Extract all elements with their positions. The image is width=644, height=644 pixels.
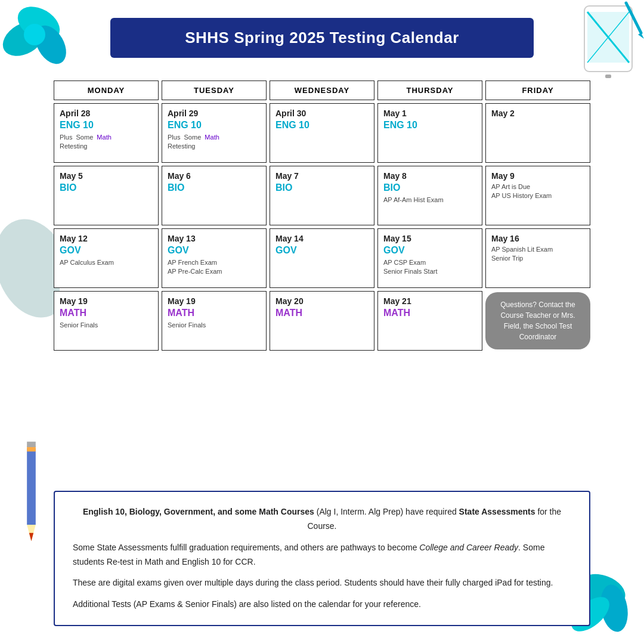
cal-cell-may7: May 7 BIO xyxy=(270,166,374,225)
day-header-wednesday: WEDNESDAY xyxy=(270,80,374,100)
cal-cell-may5: May 5 BIO xyxy=(54,166,159,225)
pencil-decoration-bl xyxy=(15,435,48,549)
cell-date: May 2 xyxy=(491,109,584,118)
cell-date: April 29 xyxy=(168,109,261,118)
info-box: English 10, Biology, Government, and som… xyxy=(54,491,590,626)
cell-events: AP Calculus Exam xyxy=(60,258,153,267)
cell-events: AP CSP ExamSenior Finals Start xyxy=(383,258,476,277)
cal-cell-may1: May 1 ENG 10 xyxy=(377,103,482,163)
cal-cell-may14: May 14 GOV xyxy=(270,228,374,288)
calendar-grid: April 28 ENG 10 Plus Some MathRetesting … xyxy=(54,103,590,351)
cal-cell-bubble: Questions? Contact the Course Teacher or… xyxy=(485,291,590,351)
day-header-thursday: THURSDAY xyxy=(377,80,482,100)
cell-date: May 19 xyxy=(60,296,153,306)
cell-date: April 30 xyxy=(275,109,369,118)
cell-date: May 14 xyxy=(275,234,369,243)
cell-subject: GOV xyxy=(383,245,476,256)
cell-events: AP French ExamAP Pre-Calc Exam xyxy=(168,258,261,277)
page-title: SHHS Spring 2025 Testing Calendar xyxy=(122,29,522,47)
cal-cell-may8: May 8 BIO AP Af-Am Hist Exam xyxy=(377,166,482,225)
cal-cell-may19b: May 19 MATH Senior Finals xyxy=(162,291,267,351)
svg-marker-10 xyxy=(638,33,644,39)
cell-date: May 20 xyxy=(275,296,369,306)
info-line-1: English 10, Biology, Government, and som… xyxy=(73,505,571,534)
info-bold-2: State Assessments xyxy=(459,507,535,516)
svg-rect-12 xyxy=(27,448,36,525)
cell-subject: GOV xyxy=(168,245,261,256)
cell-date: May 13 xyxy=(168,234,261,243)
cell-date: May 5 xyxy=(60,171,153,181)
svg-rect-16 xyxy=(27,442,36,447)
cell-subject: ENG 10 xyxy=(60,120,153,131)
cal-cell-may6: May 6 BIO xyxy=(162,166,267,225)
cal-cell-apr28: April 28 ENG 10 Plus Some MathRetesting xyxy=(54,103,159,163)
cell-events: Plus Some MathRetesting xyxy=(60,133,153,151)
info-line-4: Additional Tests (AP Exams & Senior Fina… xyxy=(73,597,571,612)
cell-date: May 12 xyxy=(60,234,153,243)
cal-cell-may12: May 12 GOV AP Calculus Exam xyxy=(54,228,159,288)
cal-cell-may15: May 15 GOV AP CSP ExamSenior Finals Star… xyxy=(377,228,482,288)
cell-subject: MATH xyxy=(383,308,476,318)
cell-subject: MATH xyxy=(275,308,369,318)
cal-cell-may19a: May 19 MATH Senior Finals xyxy=(54,291,159,351)
cell-date: May 1 xyxy=(383,109,476,118)
math-text: Math xyxy=(205,134,219,141)
cell-subject: BIO xyxy=(275,182,369,193)
cell-date: May 9 xyxy=(491,171,584,181)
cell-subject: ENG 10 xyxy=(275,120,369,131)
cell-date: May 8 xyxy=(383,171,476,181)
cell-date: April 28 xyxy=(60,109,153,118)
cell-subject: MATH xyxy=(168,308,261,318)
info-line-2: Some State Assessments fulfill graduatio… xyxy=(73,541,571,569)
flower-decoration-tl xyxy=(0,0,78,78)
day-headers-row: MONDAY TUESDAY WEDNESDAY THURSDAY FRIDAY xyxy=(54,80,590,100)
tablet-decoration-tr xyxy=(549,0,644,83)
cal-cell-may21: May 21 MATH xyxy=(377,291,482,351)
cell-date: May 15 xyxy=(383,234,476,243)
cell-subject: GOV xyxy=(60,245,153,256)
svg-point-3 xyxy=(24,24,45,45)
cell-subject: BIO xyxy=(383,182,476,193)
info-bold-1: English 10, Biology, Government, and som… xyxy=(83,507,314,516)
cal-cell-may13: May 13 GOV AP French ExamAP Pre-Calc Exa… xyxy=(162,228,267,288)
cell-subject: BIO xyxy=(168,182,261,193)
cell-events: AP Spanish Lit ExamSenior Trip xyxy=(491,245,584,264)
svg-marker-14 xyxy=(29,533,33,541)
calendar-container: MONDAY TUESDAY WEDNESDAY THURSDAY FRIDAY… xyxy=(54,80,590,441)
cell-date: May 16 xyxy=(491,234,584,243)
cell-subject: GOV xyxy=(275,245,369,256)
contact-bubble: Questions? Contact the Course Teacher or… xyxy=(485,292,590,349)
cell-events: AP Af-Am Hist Exam xyxy=(383,196,476,205)
day-header-monday: MONDAY xyxy=(54,80,159,100)
math-text: Math xyxy=(97,134,111,141)
cell-date: May 21 xyxy=(383,296,476,306)
cell-date: May 19 xyxy=(168,296,261,306)
cell-subject: MATH xyxy=(60,308,153,318)
cal-cell-may2: May 2 xyxy=(485,103,590,163)
cal-cell-may9: May 9 AP Art is DueAP US History Exam xyxy=(485,166,590,225)
cal-cell-apr29: April 29 ENG 10 Plus Some MathRetesting xyxy=(162,103,267,163)
cal-cell-may16: May 16 AP Spanish Lit ExamSenior Trip xyxy=(485,228,590,288)
cell-events: Senior Finals xyxy=(168,321,261,330)
cal-cell-may20: May 20 MATH xyxy=(270,291,374,351)
cell-date: May 7 xyxy=(275,171,369,181)
cell-subject: ENG 10 xyxy=(383,120,476,131)
shape-decoration-ml xyxy=(0,215,60,322)
cell-date: May 6 xyxy=(168,171,261,181)
day-header-tuesday: TUESDAY xyxy=(162,80,267,100)
info-line-3: These are digital exams given over multi… xyxy=(73,576,571,590)
svg-point-11 xyxy=(0,215,60,322)
info-italic-1: College and Career Ready xyxy=(419,543,518,552)
cell-subject: ENG 10 xyxy=(168,120,261,131)
cal-cell-apr30: April 30 ENG 10 xyxy=(270,103,374,163)
cell-events: Senior Finals xyxy=(60,321,153,330)
cell-events: AP Art is DueAP US History Exam xyxy=(491,182,584,201)
cell-subject: BIO xyxy=(60,182,153,193)
header-bar: SHHS Spring 2025 Testing Calendar xyxy=(110,18,534,58)
day-header-friday: FRIDAY xyxy=(485,80,590,100)
cell-events: Plus Some MathRetesting xyxy=(168,133,261,151)
svg-rect-8 xyxy=(605,75,611,78)
